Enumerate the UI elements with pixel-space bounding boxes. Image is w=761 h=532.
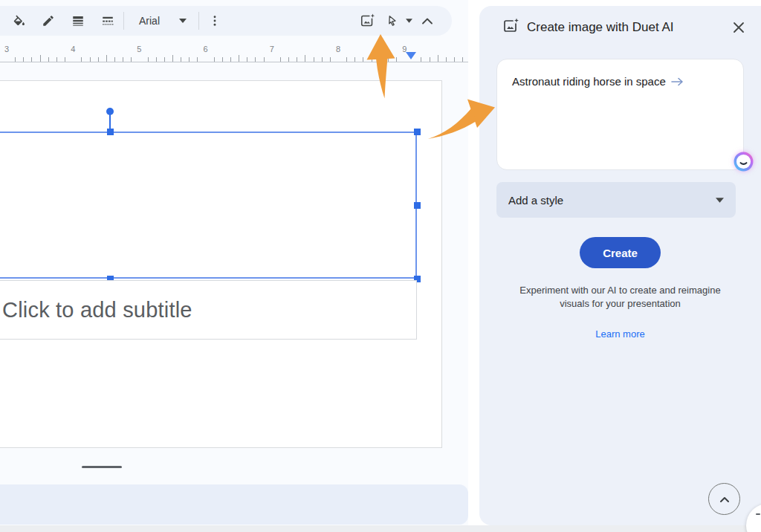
ruler-tick — [314, 57, 314, 62]
ruler-tick — [430, 57, 430, 62]
resize-handle-top-middle[interactable] — [107, 129, 114, 135]
ruler-tick — [56, 57, 57, 62]
add-style-dropdown[interactable]: Add a style — [496, 182, 736, 218]
ruler-tick — [438, 55, 438, 62]
ruler-tick — [65, 57, 65, 62]
scroll-to-top-button[interactable] — [708, 483, 740, 515]
dropdown-caret-icon — [716, 198, 724, 203]
ruler-tick — [388, 57, 389, 62]
panel-description-line2: visuals for your presentation — [488, 297, 752, 311]
create-image-ai-icon — [502, 17, 520, 35]
ruler-tick — [354, 57, 355, 62]
add-style-label: Add a style — [508, 194, 563, 207]
slide-canvas-area: Arial — [0, 0, 468, 532]
more-options-icon — [208, 14, 221, 27]
ruler-tick — [305, 55, 305, 62]
ruler-tick — [214, 57, 215, 62]
speaker-notes-bar[interactable] — [0, 484, 468, 525]
ruler-tick — [280, 57, 281, 62]
create-button[interactable]: Create — [580, 237, 661, 268]
ruler-tick — [40, 55, 41, 62]
collapse-toolbar-chevron-icon — [421, 17, 433, 25]
subtitle-placeholder-text: Click to add subtitle — [0, 298, 192, 322]
ruler-tick — [197, 57, 198, 62]
more-options-button[interactable] — [204, 10, 226, 32]
ruler-tick — [247, 57, 247, 62]
duet-ai-smile-icon[interactable] — [734, 152, 754, 172]
ruler-tick — [90, 57, 91, 62]
subtitle-placeholder[interactable]: Click to add subtitle — [0, 280, 417, 340]
ruler-tick — [346, 57, 347, 62]
ruler-tick — [131, 57, 132, 62]
ruler-tick — [156, 57, 157, 62]
ruler-tick — [123, 57, 123, 62]
border-weight-icon — [71, 14, 85, 27]
ruler-number: 8 — [331, 45, 346, 53]
ruler-tick — [322, 57, 323, 62]
corner-floating-button-glyph — [756, 513, 760, 515]
ruler-tick — [31, 57, 32, 62]
duet-ai-panel-header: Create image with Duet AI — [479, 6, 761, 51]
rotation-handle[interactable] — [106, 108, 114, 115]
ruler-tick — [98, 57, 99, 62]
panel-description: Experiment with our AI to create and rei… — [488, 284, 752, 311]
font-family-label: Arial — [139, 15, 160, 27]
ruler-number: 5 — [132, 45, 146, 53]
image-prompt-input[interactable]: Astronaut riding horse in space — [496, 59, 744, 170]
ruler-tick — [222, 57, 223, 62]
select-tool-cursor-icon — [385, 13, 400, 28]
ruler-tick — [421, 57, 421, 62]
ruler-tick — [106, 55, 107, 62]
ruler-tick — [372, 55, 372, 62]
ruler-tick — [446, 57, 447, 62]
border-dash-button[interactable] — [97, 10, 119, 32]
border-weight-button[interactable] — [67, 10, 89, 32]
toolbar-separator — [198, 12, 199, 30]
learn-more-link[interactable]: Learn more — [488, 328, 752, 340]
ruler-baseline — [0, 62, 468, 62]
ruler-tick — [255, 57, 256, 62]
duet-ai-panel: Create image with Duet AI Astronaut ridi… — [479, 6, 761, 525]
ruler-tick — [15, 57, 16, 62]
ruler-tick — [297, 57, 297, 62]
fill-color-button[interactable] — [7, 10, 30, 32]
select-tool-button[interactable] — [383, 10, 401, 32]
ruler-number: 6 — [198, 45, 213, 53]
border-color-pencil-icon — [42, 14, 55, 27]
panel-close-button[interactable] — [731, 19, 747, 36]
ruler-tick — [330, 57, 331, 62]
speaker-notes-resize-handle[interactable] — [82, 466, 122, 468]
chevron-up-icon — [719, 496, 731, 503]
google-slides-app: Arial — [0, 0, 761, 532]
ruler-tick — [48, 57, 49, 62]
ruler-tick — [230, 57, 231, 62]
resize-handle-middle-right[interactable] — [414, 202, 421, 209]
ruler-number: 7 — [265, 45, 279, 53]
ruler-tick — [454, 57, 455, 62]
image-prompt-text: Astronaut riding horse in space — [512, 75, 666, 88]
collapse-toolbar-button[interactable] — [416, 10, 438, 32]
toolbar-separator — [123, 12, 124, 30]
indent-marker[interactable] — [406, 52, 416, 59]
create-image-ai-icon — [360, 13, 376, 29]
fill-color-icon — [12, 14, 26, 28]
font-family-dropdown[interactable]: Arial — [129, 15, 194, 27]
ruler-tick — [114, 57, 115, 62]
select-tool-caret-icon — [406, 19, 412, 23]
select-tool-caret-button[interactable] — [401, 10, 416, 32]
resize-handle-top-right[interactable] — [414, 129, 421, 135]
create-image-ai-button[interactable] — [357, 10, 379, 32]
ruler-tick — [172, 55, 173, 62]
ruler-number: 3 — [0, 45, 14, 53]
panel-description-line1: Experiment with our AI to create and rei… — [488, 284, 752, 297]
toolbar: Arial — [0, 6, 452, 36]
border-color-button[interactable] — [37, 10, 59, 32]
title-placeholder-selection[interactable] — [0, 132, 417, 279]
prompt-submit-arrow-icon[interactable] — [671, 77, 684, 86]
ruler-tick — [264, 57, 265, 62]
ruler-tick — [148, 57, 149, 62]
window-bottom-strip — [0, 525, 761, 532]
ruler-tick — [239, 55, 239, 62]
ruler-tick — [23, 57, 24, 62]
ruler-tick — [164, 57, 165, 62]
